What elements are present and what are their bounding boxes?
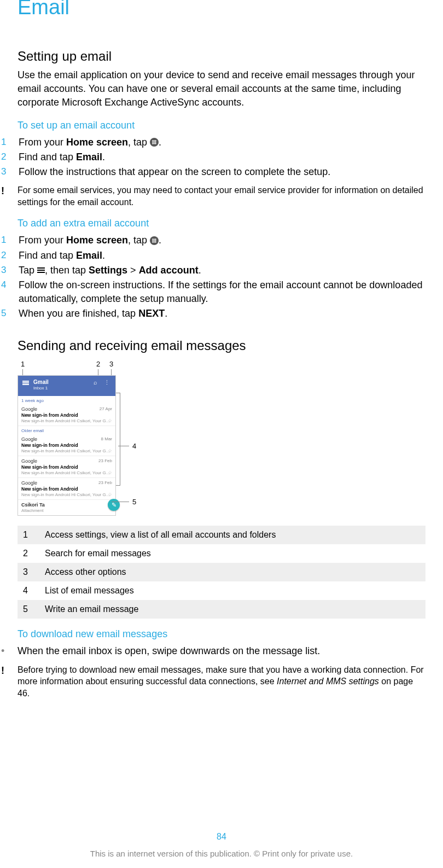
table-row: 2Search for email messages bbox=[18, 544, 425, 563]
bullet-icon: • bbox=[0, 644, 18, 658]
heading-sending-receiving: Sending and receiving email messages bbox=[18, 338, 425, 353]
menu-icon bbox=[37, 267, 45, 273]
mail-item: Google23 Feb New sign-in from Android Ne… bbox=[18, 478, 115, 500]
step-item: When you are finished, tap NEXT. bbox=[0, 307, 425, 321]
mail-item: Google8 Mar New sign-in from Android New… bbox=[18, 434, 115, 456]
callout-5: 5 bbox=[112, 498, 136, 506]
steps-add-extra: From your Home screen, tap . Find and ta… bbox=[18, 234, 425, 321]
page-title: Email bbox=[18, 0, 425, 19]
callout-2: 2 bbox=[96, 360, 100, 377]
table-row: 1Access settings, view a list of all ema… bbox=[18, 526, 425, 544]
apps-icon bbox=[150, 138, 159, 147]
callout-1: 1 bbox=[21, 360, 25, 377]
subheading-to-download: To download new email messages bbox=[18, 628, 425, 640]
subheading-to-set-up: To set up an email account bbox=[18, 120, 425, 131]
mail-item: Csikori Ta Attachment bbox=[18, 500, 115, 515]
email-app-screenshot: 1 2 3 Gmail Inbox 1 ⌕ ⋮ 1 week ago Googl… bbox=[18, 360, 149, 516]
callout-4: 4 bbox=[118, 442, 136, 450]
callout-3: 3 bbox=[109, 360, 113, 377]
table-row: 5Write an email message bbox=[18, 600, 425, 619]
note-block: ! Before trying to download new email me… bbox=[0, 664, 425, 700]
hamburger-icon bbox=[22, 380, 29, 386]
bullet-item: • When the email inbox is open, swipe do… bbox=[0, 644, 425, 658]
table-row: 3Access other options bbox=[18, 563, 425, 581]
note-block: ! For some email services, you may need … bbox=[0, 184, 425, 208]
page-number: 84 bbox=[0, 832, 443, 842]
more-icon: ⋮ bbox=[103, 379, 111, 386]
search-icon: ⌕ bbox=[92, 379, 98, 386]
heading-setting-up-email: Setting up email bbox=[18, 49, 425, 64]
table-row: 4List of email messages bbox=[18, 581, 425, 600]
step-item: Find and tap Email. bbox=[0, 249, 425, 263]
steps-set-up: From your Home screen, tap . Find and ta… bbox=[18, 136, 425, 179]
mail-item: Google27 Apr New sign-in from Android Ne… bbox=[18, 404, 115, 426]
footer-text: This is an internet version of this publ… bbox=[0, 849, 443, 858]
callout-bracket bbox=[116, 393, 120, 486]
step-item: Tap , then tap Settings > Add account. bbox=[0, 264, 425, 277]
apps-icon bbox=[150, 236, 159, 245]
step-item: Follow the instructions that appear on t… bbox=[0, 165, 425, 179]
step-item: Find and tap Email. bbox=[0, 150, 425, 164]
legend-table: 1Access settings, view a list of all ema… bbox=[18, 526, 425, 619]
step-item: From your Home screen, tap . bbox=[0, 234, 425, 247]
intro-paragraph: Use the email application on your device… bbox=[18, 68, 425, 110]
important-icon: ! bbox=[0, 184, 18, 208]
subheading-to-add-extra: To add an extra email account bbox=[18, 218, 425, 229]
mail-item: Google23 Feb New sign-in from Android Ne… bbox=[18, 456, 115, 478]
step-item: From your Home screen, tap . bbox=[0, 136, 425, 149]
step-item: Follow the on-screen instructions. If th… bbox=[0, 278, 425, 306]
important-icon: ! bbox=[0, 664, 18, 700]
